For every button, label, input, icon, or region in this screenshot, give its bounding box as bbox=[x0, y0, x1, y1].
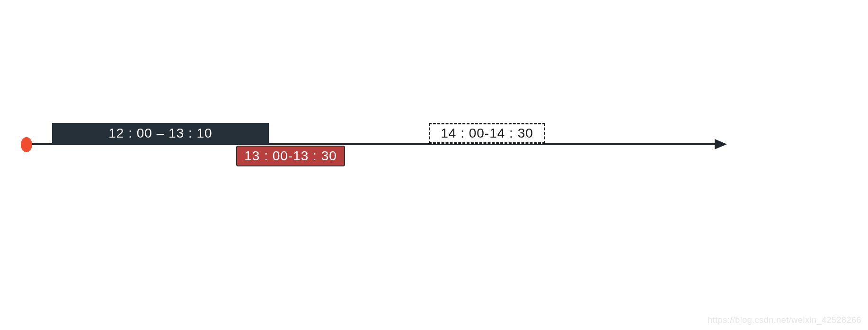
arrow-right-icon bbox=[715, 139, 727, 149]
time-block-1: 12 : 00 – 13 : 10 bbox=[52, 123, 269, 144]
time-block-2: 13 : 00-13 : 30 bbox=[236, 146, 345, 166]
timeline-diagram: 12 : 00 – 13 : 10 13 : 00-13 : 30 14 : 0… bbox=[0, 0, 868, 330]
time-block-3: 14 : 00-14 : 30 bbox=[429, 123, 545, 144]
watermark-text: https://blog.csdn.net/weixin_42528266 bbox=[708, 315, 861, 325]
timeline-start-marker bbox=[21, 137, 32, 152]
